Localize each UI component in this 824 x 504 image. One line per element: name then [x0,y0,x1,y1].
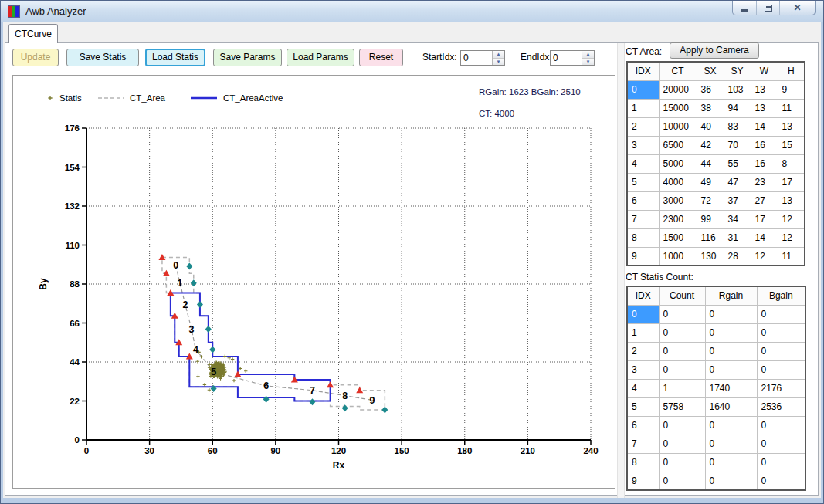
table-cell[interactable]: 3000 [659,191,697,210]
table-cell[interactable]: 4 [627,154,659,173]
table-cell[interactable]: 1640 [705,397,757,416]
table-cell[interactable]: 10000 [659,117,697,136]
table-cell[interactable]: 20000 [659,80,697,99]
table-cell[interactable]: 0 [659,342,705,360]
table-cell[interactable]: 116 [697,228,724,247]
table-cell[interactable]: 1 [627,99,659,117]
table-cell[interactable]: 0 [659,305,705,323]
table-cell[interactable]: 0 [705,342,757,360]
table-cell[interactable]: 0 [757,435,805,453]
table-cell[interactable]: 0 [757,416,805,435]
column-header[interactable]: Rgain [705,286,757,305]
table-cell[interactable]: 12 [778,228,805,247]
table-cell[interactable]: 7 [627,435,659,453]
table-cell[interactable]: 83 [724,117,751,136]
column-header[interactable]: SY [724,62,751,80]
table-cell[interactable]: 2536 [757,397,805,416]
table-cell[interactable]: 0 [705,472,757,490]
spin-down-icon[interactable]: ▼ [493,59,504,66]
table-cell[interactable]: 0 [757,472,805,490]
column-header[interactable]: IDX [627,286,659,305]
table-cell[interactable]: 5000 [659,154,697,173]
column-header[interactable]: IDX [627,62,659,80]
table-cell[interactable]: 44 [697,154,724,173]
table-cell[interactable]: 0 [659,416,705,435]
table-cell[interactable]: 16 [751,136,778,154]
panel-splitter[interactable] [617,43,625,498]
table-cell[interactable]: 14 [751,117,778,136]
table-cell[interactable]: 0 [627,305,659,323]
reset-button[interactable]: Reset [359,49,403,66]
table-cell[interactable]: 94 [724,99,751,117]
table-cell[interactable]: 2 [627,342,659,360]
table-cell[interactable]: 0 [659,435,705,453]
spin-up-icon[interactable]: ▲ [582,51,594,59]
table-cell[interactable]: 0 [757,323,805,342]
title-bar[interactable]: Awb Analyzer ✕ [1,1,823,22]
load-statis-button[interactable]: Load Statis [145,49,205,66]
table-cell[interactable]: 28 [724,247,751,266]
table-cell[interactable]: 130 [697,247,724,266]
column-header[interactable]: Bgain [757,286,805,305]
table-cell[interactable]: 12 [778,210,805,228]
table-cell[interactable]: 0 [757,453,805,472]
table-cell[interactable]: 42 [697,136,724,154]
table-cell[interactable]: 8 [778,154,805,173]
spin-up-icon[interactable]: ▲ [493,51,504,59]
table-cell[interactable]: 99 [697,210,724,228]
table-cell[interactable]: 0 [705,305,757,323]
table-cell[interactable]: 36 [697,80,724,99]
table-cell[interactable]: 0 [659,360,705,379]
table-cell[interactable]: 1 [627,323,659,342]
table-cell[interactable]: 6 [627,416,659,435]
load-params-button[interactable]: Load Params [287,49,354,66]
table-cell[interactable]: 13 [778,191,805,210]
table-cell[interactable]: 0 [659,323,705,342]
table-cell[interactable]: 2 [627,117,659,136]
table-cell[interactable]: 0 [705,323,757,342]
table-cell[interactable]: 31 [724,228,751,247]
table-cell[interactable]: 2300 [659,210,697,228]
save-statis-button[interactable]: Save Statis [66,49,139,66]
table-cell[interactable]: 23 [751,173,778,191]
table-cell[interactable]: 11 [778,247,805,266]
end-idx-input[interactable] [551,51,582,65]
table-cell[interactable]: 3 [627,136,659,154]
table-cell[interactable]: 15000 [659,99,697,117]
close-button[interactable]: ✕ [779,1,815,15]
update-button[interactable]: Update [12,49,59,66]
table-cell[interactable]: 0 [705,435,757,453]
table-cell[interactable]: 27 [751,191,778,210]
table-cell[interactable]: 38 [697,99,724,117]
table-cell[interactable]: 15 [778,136,805,154]
save-params-button[interactable]: Save Params [213,49,282,66]
column-header[interactable]: CT [659,62,697,80]
table-cell[interactable]: 0 [659,453,705,472]
table-cell[interactable]: 5758 [659,397,705,416]
column-header[interactable]: W [751,62,778,80]
table-cell[interactable]: 0 [705,360,757,379]
spin-down-icon[interactable]: ▼ [582,59,594,66]
start-idx-arrows[interactable]: ▲▼ [492,51,504,65]
table-cell[interactable]: 70 [724,136,751,154]
column-header[interactable]: Count [659,286,705,305]
table-cell[interactable]: 3 [627,360,659,379]
table-cell[interactable]: 13 [751,80,778,99]
table-cell[interactable]: 13 [751,99,778,117]
table-cell[interactable]: 9 [627,247,659,266]
table-cell[interactable]: 5 [627,397,659,416]
table-cell[interactable]: 55 [724,154,751,173]
table-cell[interactable]: 0 [705,416,757,435]
table-cell[interactable]: 4000 [659,173,697,191]
table-cell[interactable]: 1 [659,379,705,397]
maximize-button[interactable] [756,1,779,15]
table-cell[interactable]: 14 [751,228,778,247]
table-cell[interactable]: 17 [778,173,805,191]
table-cell[interactable]: 6500 [659,136,697,154]
apply-to-camera-button[interactable]: Apply to Camera [670,42,759,59]
table-cell[interactable]: 34 [724,210,751,228]
table-cell[interactable]: 16 [751,154,778,173]
table-cell[interactable]: 103 [724,80,751,99]
table-cell[interactable]: 1500 [659,228,697,247]
column-header[interactable]: H [778,62,805,80]
